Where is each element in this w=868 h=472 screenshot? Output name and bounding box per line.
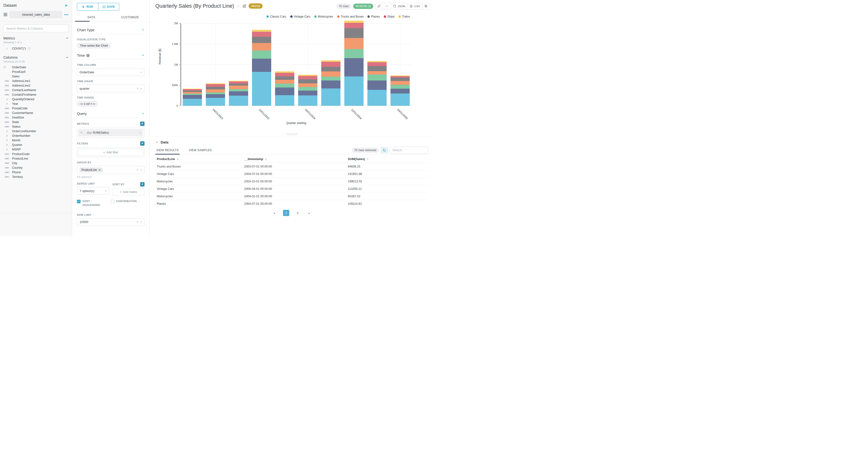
sort-icon[interactable] <box>367 158 369 160</box>
column-item[interactable]: ABCCustomerName <box>3 111 68 115</box>
bar-segment[interactable] <box>298 79 317 83</box>
bar-segment[interactable] <box>275 95 294 106</box>
sidebar-search[interactable] <box>3 25 68 32</box>
tab-data[interactable]: DATA <box>72 13 111 21</box>
column-item[interactable]: ABCTerritory <box>3 175 68 179</box>
bar-segment[interactable] <box>275 80 294 84</box>
column-item[interactable]: ABCProductLine <box>3 156 68 161</box>
column-item[interactable]: ABCContactFirstName <box>3 92 68 97</box>
bar-2003-01-01[interactable] <box>183 89 202 106</box>
bar-segment[interactable] <box>321 77 340 81</box>
run-button[interactable]: RUN <box>77 3 98 10</box>
bar-segment[interactable] <box>321 60 340 62</box>
bar-segment[interactable] <box>183 95 202 99</box>
dataset-name[interactable]: cleaned_sales_data <box>9 11 62 18</box>
tab-view-samples[interactable]: VIEW SAMPLES <box>188 149 213 154</box>
column-header[interactable]: __timestamp <box>243 155 346 163</box>
sort-icon[interactable] <box>177 158 179 160</box>
export-json-button[interactable]: .JSON <box>391 3 407 9</box>
add-filter-button[interactable]: + <box>140 141 145 146</box>
bar-2005-04-01[interactable] <box>391 75 410 106</box>
bar-segment[interactable] <box>183 89 202 91</box>
bar-segment[interactable] <box>298 75 317 76</box>
bar-segment[interactable] <box>298 95 317 106</box>
column-item[interactable]: Sales <box>3 74 68 78</box>
viz-type-value[interactable]: Time-series Bar Chart <box>77 43 111 49</box>
bar-segment[interactable] <box>206 84 225 84</box>
column-item[interactable]: ABCState <box>3 120 68 124</box>
altered-badge[interactable]: Altered <box>249 3 262 9</box>
bar-segment[interactable] <box>298 84 317 87</box>
bar-segment[interactable] <box>321 71 340 77</box>
collapse-sidebar-icon[interactable] <box>65 4 68 7</box>
bar-segment[interactable] <box>391 89 410 93</box>
bar-segment[interactable] <box>275 73 294 76</box>
bar-segment[interactable] <box>183 92 202 94</box>
metric-chip[interactable]: ✕ ƒ(x) SUM(Sales) › <box>78 129 143 136</box>
contribution-checkbox[interactable]: CONTRIBUTION <box>111 199 145 207</box>
query-collapse-icon[interactable] <box>142 112 145 115</box>
bar-segment[interactable] <box>229 84 248 86</box>
clear-icon[interactable]: ✕ <box>136 87 139 90</box>
bar-segment[interactable] <box>183 99 202 106</box>
bar-segment[interactable] <box>229 82 248 84</box>
column-item[interactable]: #OrderNumber <box>3 133 68 138</box>
bar-segment[interactable] <box>206 87 225 89</box>
bar-segment[interactable] <box>367 74 386 81</box>
column-item[interactable]: #QuantityOrdered <box>3 97 68 101</box>
bar-segment[interactable] <box>321 67 340 71</box>
series-limit-select[interactable]: 7 option(s) ▾ <box>77 187 109 195</box>
bar-2004-10-01[interactable] <box>344 21 364 106</box>
bar-segment[interactable] <box>344 23 364 28</box>
bar-segment[interactable] <box>252 30 271 32</box>
bar-segment[interactable] <box>367 62 386 66</box>
time-column-select[interactable]: OrderDate ▾ <box>77 68 145 76</box>
bar-2004-01-01[interactable] <box>275 71 294 106</box>
bar-2004-04-01[interactable] <box>298 75 317 106</box>
bar-segment[interactable] <box>391 81 410 85</box>
bar-segment[interactable] <box>229 91 248 96</box>
metrics-collapse-icon[interactable] <box>66 37 68 40</box>
column-item[interactable]: ABCPostalCode <box>3 106 68 111</box>
bar-segment[interactable] <box>206 98 225 106</box>
add-metric-button[interactable]: + <box>140 122 145 126</box>
bar-segment[interactable] <box>298 87 317 91</box>
bar-segment[interactable] <box>391 85 410 89</box>
bar-segment[interactable] <box>252 43 271 51</box>
time-grain-select[interactable]: quarter ✕ ▾ <box>77 85 145 92</box>
metric-item[interactable]: ƒCOUNT(*)? <box>3 46 68 52</box>
chevron-right-icon[interactable]: › <box>137 131 143 134</box>
bar-segment[interactable] <box>344 76 364 106</box>
pagination-next[interactable]: » <box>306 211 312 215</box>
bar-segment[interactable] <box>367 66 386 71</box>
bar-segment[interactable] <box>391 77 410 81</box>
column-item[interactable]: ABCContactLastName <box>3 88 68 92</box>
copy-link-button[interactable] <box>375 3 383 9</box>
bar-segment[interactable] <box>206 93 225 94</box>
column-item[interactable]: ABCStatus <box>3 124 68 129</box>
column-item[interactable]: #OrderLineNumber <box>3 129 68 133</box>
clear-icon[interactable]: ✕ <box>136 220 139 224</box>
time-collapse-icon[interactable] <box>142 54 145 57</box>
group-by-select[interactable]: ProductLine✕ ✕ ▾ <box>77 166 145 174</box>
column-header[interactable]: ProductLine <box>155 155 243 163</box>
clear-icon[interactable]: ✕ <box>136 168 139 171</box>
bar-segment[interactable] <box>252 51 271 59</box>
add-filter-dropzone[interactable]: + Add filter <box>78 149 143 156</box>
results-search-input[interactable] <box>390 147 428 154</box>
bar-segment[interactable] <box>275 76 294 80</box>
embed-code-button[interactable] <box>383 3 391 9</box>
bar-segment[interactable] <box>275 88 294 95</box>
bar-segment[interactable] <box>344 21 364 23</box>
bar-segment[interactable] <box>367 61 386 62</box>
columns-collapse-icon[interactable] <box>66 56 68 59</box>
column-item[interactable]: PriceEach <box>3 69 68 74</box>
dataset-more-menu[interactable]: ••• <box>64 13 68 17</box>
bar-segment[interactable] <box>206 89 225 93</box>
column-item[interactable]: ABCCity <box>3 161 68 165</box>
bar-segment[interactable] <box>321 89 340 106</box>
bar-segment[interactable] <box>344 49 364 58</box>
remove-chip-icon[interactable]: ✕ <box>99 168 101 171</box>
bar-2004-07-01[interactable] <box>321 60 340 106</box>
panel-resize-handle[interactable] <box>150 133 434 136</box>
